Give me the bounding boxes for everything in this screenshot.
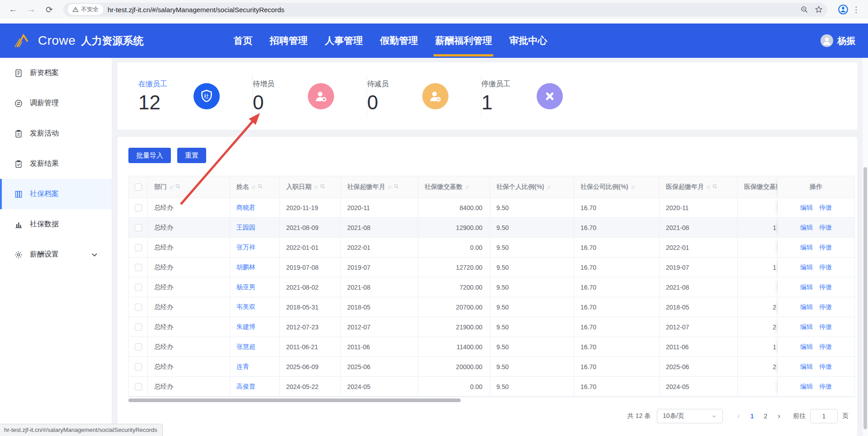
user-name: 杨振 bbox=[837, 35, 855, 47]
sidebar-item-5[interactable]: 社保档案 bbox=[0, 179, 112, 209]
search-icon[interactable] bbox=[393, 183, 399, 189]
edit-link[interactable]: 编辑 bbox=[800, 224, 813, 231]
forward-icon[interactable]: → bbox=[25, 4, 37, 15]
stop-payment-link[interactable]: 停缴 bbox=[819, 224, 832, 231]
stop-payment-link[interactable]: 停缴 bbox=[819, 383, 832, 390]
sidebar-item-6[interactable]: 社保数据 bbox=[0, 209, 112, 239]
sidebar-item-3[interactable]: 发薪活动 bbox=[0, 118, 112, 149]
sidebar-item-7[interactable]: 薪酬设置 bbox=[0, 239, 112, 270]
stop-payment-link[interactable]: 停缴 bbox=[819, 263, 832, 271]
stop-payment-link[interactable]: 停缴 bbox=[819, 244, 832, 251]
profile-icon[interactable] bbox=[837, 4, 849, 15]
search-icon[interactable] bbox=[712, 183, 718, 189]
employee-name-link[interactable]: 韦美双 bbox=[236, 303, 255, 310]
user-menu[interactable]: 杨振 bbox=[821, 34, 855, 47]
row-checkbox[interactable] bbox=[135, 224, 142, 231]
employee-name-link[interactable]: 高俊普 bbox=[236, 383, 255, 390]
row-checkbox[interactable] bbox=[135, 304, 142, 311]
stop-payment-link[interactable]: 停缴 bbox=[819, 343, 832, 350]
edit-link[interactable]: 编辑 bbox=[800, 383, 813, 390]
row-checkbox[interactable] bbox=[135, 383, 142, 390]
column-header-2[interactable]: 姓名↓↑ bbox=[230, 176, 280, 198]
column-header-7[interactable]: 社保公司比例(%)↓↑ bbox=[574, 176, 660, 198]
edit-link[interactable]: 编辑 bbox=[800, 323, 813, 330]
employee-name-link[interactable]: 张慧超 bbox=[236, 343, 255, 350]
sort-icon[interactable]: ↓↑ bbox=[251, 184, 255, 190]
bookmark-star-icon[interactable] bbox=[815, 5, 823, 14]
sidebar-item-2[interactable]: 调薪管理 bbox=[0, 88, 112, 118]
search-icon[interactable] bbox=[257, 183, 263, 189]
column-header-3[interactable]: 入职日期↓↑ bbox=[280, 176, 341, 198]
page-number-1[interactable]: 1 bbox=[745, 413, 759, 420]
row-checkbox[interactable] bbox=[135, 323, 142, 331]
row-checkbox[interactable] bbox=[135, 264, 142, 271]
employee-name-link[interactable]: 张万祥 bbox=[236, 244, 255, 251]
employee-name-link[interactable]: 商晓君 bbox=[236, 204, 255, 211]
search-icon[interactable] bbox=[320, 183, 326, 189]
nav-item-5[interactable]: 薪酬福利管理 bbox=[426, 23, 500, 58]
select-all-checkbox[interactable] bbox=[135, 183, 142, 191]
edit-link[interactable]: 编辑 bbox=[800, 283, 813, 291]
edit-link[interactable]: 编辑 bbox=[800, 303, 813, 310]
sort-icon[interactable]: ↓↑ bbox=[465, 184, 468, 190]
horizontal-scrollbar-thumb[interactable] bbox=[128, 398, 461, 402]
sort-icon[interactable]: ↓↑ bbox=[387, 184, 391, 190]
row-checkbox[interactable] bbox=[135, 244, 142, 251]
row-checkbox[interactable] bbox=[135, 363, 142, 370]
row-checkbox[interactable] bbox=[135, 284, 142, 291]
stop-payment-link[interactable]: 停缴 bbox=[819, 283, 832, 291]
security-chip[interactable]: 不安全 bbox=[68, 4, 103, 15]
cell-company-pct: 16.70 bbox=[574, 377, 660, 397]
column-header-5[interactable]: 社保缴交基数↓↑ bbox=[418, 176, 490, 198]
prev-page-icon[interactable]: ‹ bbox=[732, 412, 745, 421]
page-number-2[interactable]: 2 bbox=[759, 413, 773, 420]
column-header-6[interactable]: 社保个人比例(%)↓↑ bbox=[490, 176, 574, 198]
goto-page-input[interactable] bbox=[810, 409, 838, 423]
nav-item-2[interactable]: 招聘管理 bbox=[261, 23, 316, 58]
employee-name-link[interactable]: 朱建博 bbox=[236, 323, 255, 330]
sort-icon[interactable]: ↓↑ bbox=[706, 184, 710, 190]
next-page-icon[interactable]: › bbox=[772, 412, 786, 421]
url-text[interactable]: hr-test.zjf-it.cn/#/salaryManagement/soc… bbox=[108, 6, 794, 14]
nav-item-6[interactable]: 审批中心 bbox=[500, 23, 556, 58]
edit-link[interactable]: 编辑 bbox=[800, 204, 813, 211]
stop-payment-link[interactable]: 停缴 bbox=[819, 204, 832, 211]
employee-name-link[interactable]: 杨亚男 bbox=[236, 283, 255, 291]
edit-link[interactable]: 编辑 bbox=[800, 244, 813, 251]
sidebar-item-4[interactable]: 发薪结果 bbox=[0, 149, 112, 179]
row-checkbox[interactable] bbox=[135, 204, 142, 211]
sort-icon[interactable]: ↓↑ bbox=[631, 184, 634, 190]
column-header-1[interactable]: 部门↓↑ bbox=[148, 176, 230, 198]
column-header-8[interactable]: 医保起缴年月↓↑ bbox=[660, 176, 738, 198]
sort-icon[interactable]: ↓↑ bbox=[169, 184, 173, 190]
search-icon[interactable] bbox=[175, 183, 181, 189]
employee-name-link[interactable]: 王园园 bbox=[236, 224, 255, 231]
nav-item-4[interactable]: 假勤管理 bbox=[371, 23, 426, 58]
stop-payment-link[interactable]: 停缴 bbox=[819, 303, 832, 310]
edit-link[interactable]: 编辑 bbox=[800, 263, 813, 271]
cell-hire-date: 2018-05-31 bbox=[280, 297, 341, 317]
reload-icon[interactable]: ⟳ bbox=[43, 4, 55, 15]
sort-icon[interactable]: ↓↑ bbox=[314, 184, 317, 190]
employee-name-link[interactable]: 胡鹏林 bbox=[236, 263, 255, 271]
sidebar-item-1[interactable]: 薪资档案 bbox=[0, 58, 112, 88]
menu-dots-icon[interactable]: ⋮ bbox=[852, 5, 861, 14]
stop-payment-link[interactable]: 停缴 bbox=[819, 363, 832, 370]
edit-link[interactable]: 编辑 bbox=[800, 343, 813, 350]
nav-item-3[interactable]: 人事管理 bbox=[316, 23, 371, 58]
bar-chart-icon bbox=[14, 220, 23, 229]
batch-import-button[interactable]: 批量导入 bbox=[128, 148, 171, 163]
column-header-4[interactable]: 社保起缴年月↓↑ bbox=[341, 176, 418, 198]
sort-icon[interactable]: ↓↑ bbox=[547, 184, 550, 190]
row-checkbox[interactable] bbox=[135, 343, 142, 351]
vertical-scrollbar-thumb[interactable] bbox=[863, 167, 867, 429]
back-icon[interactable]: ← bbox=[7, 4, 19, 15]
address-bar[interactable]: 不安全 hr-test.zjf-it.cn/#/salaryManagement… bbox=[63, 3, 827, 17]
reset-button[interactable]: 重置 bbox=[177, 148, 206, 163]
nav-item-1[interactable]: 首页 bbox=[225, 23, 261, 58]
edit-link[interactable]: 编辑 bbox=[800, 363, 813, 370]
stop-payment-link[interactable]: 停缴 bbox=[819, 323, 832, 330]
page-size-select[interactable]: 10条/页 bbox=[657, 409, 723, 423]
employee-name-link[interactable]: 连青 bbox=[236, 363, 249, 370]
zoom-out-icon[interactable] bbox=[800, 5, 808, 14]
